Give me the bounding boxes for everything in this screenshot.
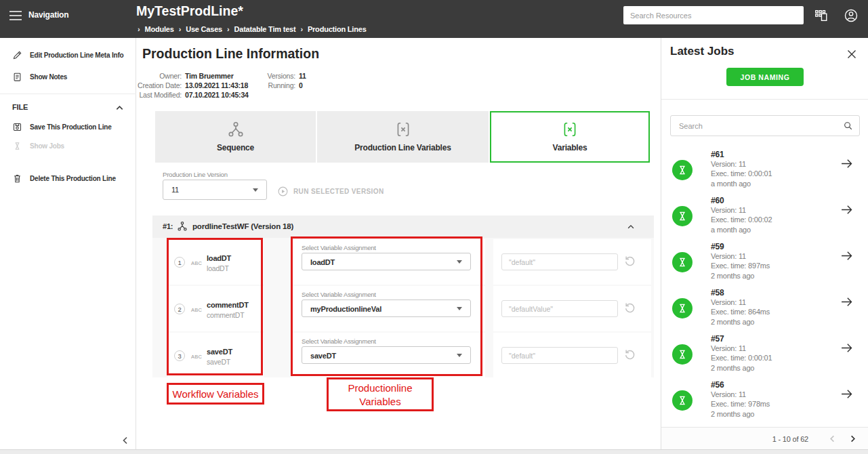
- chevron-left-icon[interactable]: [828, 434, 837, 443]
- job-version: Version: 11: [711, 344, 746, 352]
- pencil-icon: [12, 50, 22, 60]
- job-exec-time: Exec. time: 0:00:01: [711, 354, 772, 362]
- default-value-input[interactable]: [501, 347, 618, 364]
- variable-assignment-card: Select Variable Assignment loadDT: [293, 239, 485, 285]
- tab-production-line-variables[interactable]: Production Line Variables: [317, 111, 489, 163]
- owner-value: Tim Bruemmer: [185, 72, 234, 80]
- breadcrumb-item-production-lines[interactable]: Production Lines: [308, 25, 367, 33]
- hamburger-menu-icon[interactable]: [9, 11, 22, 20]
- jobs-pagination: 1 - 10 of 62: [661, 427, 868, 449]
- save-production-line-label: Save This Production Line: [30, 123, 112, 131]
- tab-sequence[interactable]: Sequence: [155, 111, 316, 163]
- job-list-item[interactable]: #61 Version: 11 Exec. time: 0:00:01 a mo…: [661, 148, 868, 194]
- delete-production-line-label: Delete This Production Line: [30, 175, 116, 182]
- default-value-input[interactable]: [501, 300, 618, 317]
- workflow-index: #1:: [163, 222, 173, 230]
- arrow-right-icon[interactable]: [840, 387, 854, 401]
- left-sidebar: Edit Production Line Meta Info Show Note…: [0, 38, 136, 449]
- production-line-name-title: MyTestProdLine*: [136, 3, 243, 19]
- breadcrumb-item-modules[interactable]: Modules: [144, 25, 173, 33]
- close-icon[interactable]: [847, 49, 856, 59]
- job-status-icon: [672, 206, 693, 226]
- job-id: #60: [711, 196, 724, 205]
- delete-production-line-button[interactable]: Delete This Production Line: [12, 173, 116, 184]
- variable-brackets-icon: [561, 121, 579, 138]
- sidebar-divider: [0, 94, 136, 94]
- variable-row: 1 ABC loadDT loadDT Select Variable Assi…: [152, 239, 654, 285]
- chevron-right-icon[interactable]: [848, 434, 857, 443]
- variable-assignment-select[interactable]: loadDT: [302, 253, 471, 270]
- annotation-label-line2: Variables: [329, 395, 432, 409]
- production-line-version-select[interactable]: 11: [163, 180, 267, 200]
- last-modified-value: 07.10.2021 10:45:34: [185, 91, 249, 99]
- job-age: a month ago: [711, 226, 751, 234]
- latest-jobs-panel: Latest Jobs JOB NAMING #61 Version: 11 E…: [661, 38, 868, 449]
- arrow-right-icon[interactable]: [840, 249, 854, 263]
- play-circle-icon: [277, 186, 289, 197]
- workflow-panel-header[interactable]: #1: pordlineTestWF (Version 18): [152, 215, 654, 238]
- account-icon[interactable]: [844, 8, 859, 23]
- top-navigation-bar: Navigation MyTestProdLine* › Modules › U…: [0, 0, 868, 38]
- save-production-line-button[interactable]: Save This Production Line: [12, 122, 112, 132]
- tab-variables[interactable]: Variables: [490, 111, 650, 163]
- variable-assignment-value: saveDT: [310, 352, 336, 360]
- run-selected-version-button[interactable]: RUN SELECTED VERSION: [277, 186, 384, 197]
- undo-icon[interactable]: [623, 348, 636, 360]
- job-naming-button[interactable]: JOB NAMING: [726, 68, 804, 86]
- search-resources-input[interactable]: [623, 6, 804, 24]
- breadcrumb-item-use-cases[interactable]: Use Cases: [186, 25, 222, 33]
- arrow-right-icon[interactable]: [840, 157, 854, 171]
- undo-icon[interactable]: [623, 254, 636, 267]
- arrow-right-icon[interactable]: [840, 341, 854, 355]
- default-value-input[interactable]: [501, 253, 618, 270]
- job-status-icon: [672, 252, 693, 272]
- variable-assignment-select[interactable]: myProductionlineVal: [302, 300, 471, 317]
- modules-grid-icon[interactable]: [814, 8, 829, 23]
- workflow-variable-card: 3 ABC saveDT saveDT: [168, 333, 264, 377]
- tab-sequence-label: Sequence: [155, 143, 316, 152]
- job-list-item[interactable]: #56 Version: 11 Exec. time: 978ms 2 mont…: [661, 378, 868, 424]
- job-version: Version: 11: [711, 206, 746, 214]
- pagination-info: 1 - 10 of 62: [772, 435, 808, 443]
- select-caret-icon: [457, 307, 462, 310]
- arrow-right-icon[interactable]: [840, 295, 854, 309]
- show-notes-button[interactable]: Show Notes: [12, 72, 67, 82]
- show-jobs-label: Show Jobs: [30, 142, 64, 150]
- job-list-item[interactable]: #57 Version: 11 Exec. time: 0:00:01 2 mo…: [661, 332, 868, 378]
- job-version: Version: 11: [711, 390, 746, 398]
- job-list-item[interactable]: #58 Version: 11 Exec. time: 864ms 2 mont…: [661, 286, 868, 332]
- running-value: 0: [299, 81, 303, 89]
- default-value-card: [493, 333, 651, 377]
- show-jobs-button[interactable]: Show Jobs: [12, 141, 64, 151]
- job-list-item[interactable]: #59 Version: 11 Exec. time: 897ms 2 mont…: [661, 240, 868, 286]
- jobs-list: #61 Version: 11 Exec. time: 0:00:01 a mo…: [661, 148, 868, 424]
- collapse-sidebar-icon[interactable]: [121, 436, 130, 445]
- chevron-up-icon[interactable]: [627, 223, 635, 231]
- footer-strip: [0, 449, 868, 454]
- workflow-variable-card: 1 ABC loadDT loadDT: [168, 239, 264, 285]
- job-id: #59: [711, 242, 724, 251]
- variable-name: loadDT: [207, 254, 231, 262]
- select-variable-assignment-label: Select Variable Assignment: [302, 291, 376, 298]
- search-icon: [843, 121, 853, 131]
- breadcrumb-separator-icon: ›: [138, 25, 140, 33]
- job-status-icon: [672, 160, 693, 180]
- variable-assignment-select[interactable]: saveDT: [302, 346, 471, 364]
- variable-assignment-card: Select Variable Assignment saveDT: [293, 333, 485, 377]
- job-list-item[interactable]: #60 Version: 11 Exec. time: 0:00:02 a mo…: [661, 194, 868, 240]
- annotation-label-productionline-variables: Productionline Variables: [327, 377, 434, 411]
- select-caret-icon: [457, 354, 462, 357]
- jobs-search-input[interactable]: [670, 115, 860, 136]
- breadcrumb-item-datatable-tim-test[interactable]: Datatable Tim test: [234, 25, 295, 33]
- edit-production-line-meta-button[interactable]: Edit Production Line Meta Info: [12, 50, 123, 60]
- save-icon: [12, 122, 22, 132]
- undo-icon[interactable]: [623, 301, 636, 314]
- job-id: #61: [711, 150, 724, 159]
- job-id: #57: [711, 334, 724, 344]
- job-version: Version: 11: [711, 252, 746, 260]
- production-line-version-value: 11: [171, 186, 179, 194]
- variable-row: 2 ABC commentDT commentDT Select Variabl…: [152, 286, 654, 331]
- chevron-up-icon[interactable]: [115, 104, 124, 112]
- arrow-right-icon[interactable]: [840, 203, 854, 217]
- latest-jobs-title: Latest Jobs: [670, 45, 734, 58]
